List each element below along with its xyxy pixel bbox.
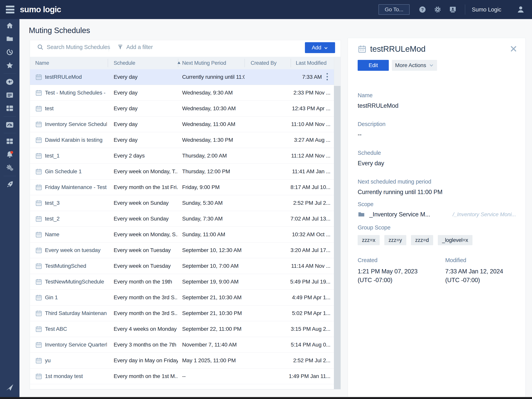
calendar-icon (35, 74, 42, 81)
table-row[interactable]: testRRULeMod Every day Currently running… (30, 69, 334, 85)
log-search-icon[interactable] (0, 88, 19, 102)
group-scope-chip: zzz=y (384, 235, 406, 245)
row-name: Friday Maintenance - Test ... (45, 184, 107, 190)
label-scope: Scope (358, 201, 374, 207)
calendar-icon (35, 168, 42, 175)
table-row[interactable]: Test ABC Every 4 weeks on Monday Septemb… (30, 321, 334, 337)
alerts-bell-icon[interactable] (0, 148, 19, 161)
label-modified: Modified (445, 257, 466, 263)
table-row[interactable]: test Every day Wednesday, 10:30 AM 12:43… (30, 101, 334, 117)
row-schedule: Every day (114, 137, 178, 143)
row-name: Inventory Service Schedule (45, 121, 107, 127)
table-row[interactable]: Gin 1 Every month on the 3rd S... Septem… (30, 290, 334, 305)
table-row[interactable]: Name Every week on Monday, S... Sunday, … (30, 227, 334, 243)
calendar-icon (35, 121, 42, 128)
table-row[interactable]: TestName Edit One time from May 9 202...… (30, 384, 334, 389)
table-scrollbar-track[interactable] (334, 57, 341, 389)
table-row[interactable]: test_3 Every week on Sunday Sunday, 5:30… (30, 195, 334, 211)
table-row[interactable]: Gin Schedule 1 Every week on Monday, T..… (30, 164, 334, 180)
row-next-muting-period: Sunday, 5:30 AM (182, 200, 245, 206)
table-row[interactable]: test_2 Every week on Sunday Sunday, 7:30… (30, 211, 334, 227)
col-header-next-period[interactable]: Next Muting Period (182, 60, 226, 66)
close-icon[interactable] (510, 45, 517, 52)
col-header-created-by[interactable]: Created By (251, 60, 277, 66)
row-next-muting-period: Wednesday, 11:00 AM (182, 121, 245, 127)
sidebar-divider (4, 176, 16, 176)
table-row[interactable]: Every week on tuesday Every week on Tues… (30, 243, 334, 258)
calendar-icon (35, 89, 42, 96)
go-to-button[interactable]: Go To... (379, 4, 410, 15)
ai-copilot-icon[interactable] (0, 75, 19, 88)
calendar-icon (35, 231, 42, 238)
table-row[interactable]: TestMutingSched Every week on Tuesday Se… (30, 258, 334, 274)
recents-icon[interactable] (0, 45, 19, 59)
home-icon[interactable] (0, 19, 19, 32)
row-name: Inventory Service Quarterl... (45, 342, 107, 348)
add-filter-label: Add a filter (126, 44, 153, 50)
table-scrollbar-thumb[interactable] (334, 86, 341, 389)
gear-icon[interactable] (434, 6, 442, 13)
value-name: testRRULeMod (358, 102, 399, 109)
top-bar: sumo logic Go To... ? Sumo Logic (0, 0, 532, 19)
calendar-icon (35, 357, 42, 364)
add-filter-button[interactable]: Add a filter (117, 44, 153, 50)
group-scope-chip: zzz=x (358, 235, 380, 245)
table-row[interactable]: Test - Muting Schedules - ... Every day … (30, 85, 334, 101)
table-row[interactable]: Dawid Karabin is testing Every day Wedne… (30, 132, 334, 148)
user-icon[interactable] (516, 5, 525, 14)
col-header-last-modified[interactable]: Last Modified (296, 60, 327, 66)
table-row[interactable]: Friday Maintenance - Test ... Every mont… (30, 180, 334, 195)
dashboards-icon[interactable] (0, 102, 19, 115)
label-next-period: Next scheduled muting period (358, 179, 431, 185)
metrics-gauge-icon[interactable] (0, 118, 19, 131)
col-header-schedule[interactable]: Schedule (114, 60, 135, 66)
row-name: Test - Muting Schedules - ... (45, 90, 107, 96)
calendar-icon (358, 44, 367, 53)
row-name: 1st monday test (45, 373, 107, 379)
send-feedback-icon[interactable] (0, 383, 19, 392)
rocket-icon[interactable] (0, 178, 19, 191)
contact-icon[interactable] (449, 6, 457, 13)
row-schedule: Every day (114, 90, 178, 96)
administration-gears-icon[interactable] (0, 161, 19, 175)
table-row[interactable]: TestNewMutingSchedule Every month on the… (30, 274, 334, 290)
row-last-modified: 7:02 AM Jul 13... (284, 216, 330, 222)
table-row[interactable]: Inventory Service Quarterl... Every 3 mo… (30, 337, 334, 353)
help-icon[interactable]: ? (418, 6, 426, 13)
calendar-icon (35, 325, 42, 332)
scope-row[interactable]: _Inventory Service M... /_Inventory Serv… (358, 211, 516, 218)
more-actions-button[interactable]: More Actions (392, 60, 437, 71)
col-header-name[interactable]: Name (35, 60, 49, 66)
column-divider (108, 59, 108, 67)
org-name[interactable]: Sumo Logic (472, 6, 501, 13)
calendar-icon (35, 388, 42, 389)
row-name: test_1 (45, 153, 107, 159)
row-name: TestMutingSched (45, 263, 107, 269)
table-row[interactable]: Inventory Service Schedule Every day Wed… (30, 117, 334, 132)
label-schedule: Schedule (358, 150, 381, 156)
table-row[interactable]: Third Saturday Maintenan... Every month … (30, 305, 334, 321)
edit-button[interactable]: Edit (358, 60, 389, 71)
row-name: Every week on tuesday (45, 247, 107, 253)
table-row[interactable]: yu Every day in May on Friday May 1 2025… (30, 353, 334, 368)
table-row[interactable]: test_1 Every 2 days Thursday, 2:00 AM 11… (30, 148, 334, 164)
hamburger-icon[interactable] (6, 6, 14, 13)
filter-icon (117, 44, 124, 50)
row-next-muting-period: Sunday, 11:00 AM (182, 231, 245, 238)
scope-name: _Inventory Service M... (369, 211, 430, 218)
row-schedule: Every week on Tuesday (114, 247, 178, 253)
search-input[interactable]: Search Muting Schedules (37, 44, 110, 50)
toolbar-divider (109, 43, 109, 51)
favorites-icon[interactable] (0, 59, 19, 72)
folder-icon[interactable] (0, 32, 19, 45)
row-next-muting-period: September 10, 7:00 AM (182, 263, 245, 269)
row-last-modified: 3:20 AM Jul 17... (284, 247, 330, 253)
row-actions-kebab-icon[interactable] (326, 73, 329, 80)
row-next-muting-period: Friday, 9:00 PM (182, 184, 245, 190)
scope-path: /_Inventory Service Moni... (453, 211, 516, 218)
row-schedule: Every day (114, 105, 178, 112)
add-button[interactable]: Add (305, 42, 335, 53)
row-last-modified: 11:12 AM Nov ... (284, 153, 330, 159)
apps-icon[interactable] (0, 135, 19, 148)
table-row[interactable]: 1st monday test Every month on the 1st M… (30, 368, 334, 384)
